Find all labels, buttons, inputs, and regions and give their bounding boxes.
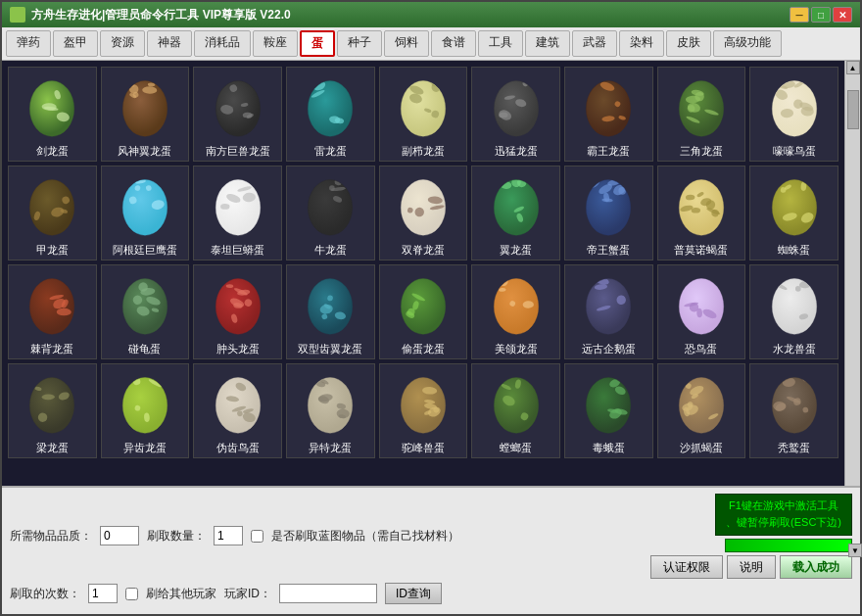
- egg-image: [666, 269, 737, 340]
- egg-cell[interactable]: 雷龙蛋: [286, 67, 375, 162]
- egg-cell[interactable]: 恐鸟蛋: [657, 264, 746, 359]
- egg-cell[interactable]: 阿根廷巨鹰蛋: [101, 166, 190, 261]
- load-button[interactable]: 载入成功: [780, 555, 852, 579]
- progress-bar: [725, 539, 852, 552]
- tab-建筑[interactable]: 建筑: [525, 30, 570, 57]
- egg-label: 毒蛾蛋: [593, 441, 625, 455]
- egg-cell[interactable]: 迅猛龙蛋: [471, 67, 560, 162]
- tab-神器[interactable]: 神器: [147, 30, 192, 57]
- egg-cell[interactable]: 甲龙蛋: [8, 166, 97, 261]
- egg-cell[interactable]: 棘背龙蛋: [8, 264, 97, 359]
- egg-cell[interactable]: 秃鹫蛋: [749, 363, 838, 458]
- egg-cell[interactable]: 霸王龙蛋: [564, 67, 653, 162]
- tab-种子[interactable]: 种子: [337, 30, 382, 57]
- auth-button[interactable]: 认证权限: [650, 555, 723, 579]
- bottom-row-1: 所需物品品质： 刷取数量： 是否刷取蓝图物品（需自己找材料） F1键在游戏中激活…: [10, 494, 852, 579]
- egg-cell[interactable]: 帝王蟹蛋: [564, 166, 653, 261]
- quality-input[interactable]: [100, 526, 139, 545]
- egg-cell[interactable]: 沙抓蝎蛋: [657, 363, 746, 458]
- tab-蛋[interactable]: 蛋: [300, 30, 335, 57]
- egg-cell[interactable]: 普莫诺蝎蛋: [657, 166, 746, 261]
- hint-line2: 、键暂停刷取(ESC下边): [726, 514, 841, 532]
- id-query-button[interactable]: ID查询: [385, 583, 442, 604]
- egg-cell[interactable]: 蜘蛛蛋: [749, 166, 838, 261]
- tab-工具[interactable]: 工具: [478, 30, 523, 57]
- egg-cell[interactable]: 副栉龙蛋: [379, 67, 468, 162]
- egg-cell[interactable]: 双脊龙蛋: [379, 166, 468, 261]
- blueprint-checkbox[interactable]: [251, 530, 263, 543]
- egg-label: 牛龙蛋: [314, 243, 347, 258]
- egg-cell[interactable]: 螳螂蛋: [471, 363, 560, 458]
- egg-label: 螳螂蛋: [500, 441, 532, 455]
- egg-cell[interactable]: 伪齿鸟蛋: [193, 363, 282, 458]
- egg-cell[interactable]: 远古企鹅蛋: [564, 264, 653, 359]
- refresh-count-input[interactable]: [214, 526, 243, 545]
- egg-label: 水龙兽蛋: [773, 342, 816, 356]
- tab-消耗品[interactable]: 消耗品: [194, 30, 251, 57]
- egg-image: [388, 170, 458, 241]
- egg-cell[interactable]: 偷蛋龙蛋: [379, 264, 468, 359]
- player-id-input[interactable]: [279, 584, 377, 603]
- egg-cell[interactable]: 异特龙蛋: [286, 363, 375, 458]
- egg-cell[interactable]: 美颌龙蛋: [471, 264, 560, 359]
- egg-cell[interactable]: 南方巨兽龙蛋: [193, 67, 282, 162]
- egg-label: 双型齿翼龙蛋: [298, 342, 362, 356]
- give-other-checkbox[interactable]: [125, 588, 138, 600]
- egg-cell[interactable]: 梁龙蛋: [8, 363, 97, 458]
- scrollbar-thumb[interactable]: [847, 90, 859, 129]
- egg-cell[interactable]: 剑龙蛋: [8, 67, 97, 162]
- tab-鞍座[interactable]: 鞍座: [253, 30, 298, 57]
- tab-饲料[interactable]: 饲料: [384, 30, 429, 57]
- tab-武器[interactable]: 武器: [572, 30, 617, 57]
- egg-label: 普莫诺蝎蛋: [674, 243, 728, 258]
- tab-染料[interactable]: 染料: [619, 30, 664, 57]
- egg-cell[interactable]: 牛龙蛋: [286, 166, 375, 261]
- desc-button[interactable]: 说明: [727, 555, 776, 579]
- tab-盔甲[interactable]: 盔甲: [53, 30, 98, 57]
- scrollbar[interactable]: ▲ ▼: [844, 61, 860, 486]
- egg-cell[interactable]: 肿头龙蛋: [193, 264, 282, 359]
- egg-cell[interactable]: 双型齿翼龙蛋: [286, 264, 375, 359]
- refresh-times-input[interactable]: [88, 584, 118, 603]
- tab-高级功能[interactable]: 高级功能: [713, 30, 782, 57]
- hint-line1: F1键在游戏中激活工具: [726, 498, 841, 515]
- egg-image: [17, 368, 87, 439]
- quality-label: 所需物品品质：: [10, 528, 92, 545]
- egg-cell[interactable]: 三角龙蛋: [657, 67, 746, 162]
- egg-cell[interactable]: 异齿龙蛋: [101, 363, 190, 458]
- egg-label: 蜘蛛蛋: [778, 243, 810, 258]
- egg-image: [17, 71, 87, 142]
- app-icon: [10, 7, 25, 23]
- title-bar-left: 方舟生存进化|管理员命令行工具 VIP尊享版 V22.0: [10, 7, 291, 24]
- tab-食谱[interactable]: 食谱: [431, 30, 476, 57]
- maximize-button[interactable]: □: [811, 7, 831, 23]
- egg-image: [573, 368, 644, 439]
- egg-cell[interactable]: 翼龙蛋: [471, 166, 560, 261]
- tab-资源[interactable]: 资源: [100, 30, 145, 57]
- egg-image: [110, 269, 180, 340]
- egg-image: [759, 368, 830, 439]
- close-button[interactable]: ✕: [833, 7, 852, 23]
- egg-image: [666, 368, 737, 439]
- egg-cell[interactable]: 驼峰兽蛋: [379, 363, 468, 458]
- tab-皮肤[interactable]: 皮肤: [666, 30, 711, 57]
- egg-cell[interactable]: 风神翼龙蛋: [101, 67, 190, 162]
- egg-image: [759, 71, 830, 142]
- egg-image: [388, 71, 458, 142]
- egg-cell[interactable]: 嚎嚎鸟蛋: [749, 67, 838, 162]
- egg-image: [573, 269, 644, 340]
- egg-label: 泰坦巨蟒蛋: [211, 243, 264, 258]
- egg-cell[interactable]: 泰坦巨蟒蛋: [193, 166, 282, 261]
- egg-cell[interactable]: 水龙兽蛋: [749, 264, 838, 359]
- egg-image: [203, 269, 273, 340]
- blueprint-label: 是否刷取蓝图物品（需自己找材料）: [271, 528, 459, 545]
- egg-image: [17, 269, 87, 340]
- egg-label: 碰龟蛋: [128, 342, 161, 356]
- minimize-button[interactable]: ─: [790, 7, 809, 23]
- egg-label: 棘背龙蛋: [30, 342, 73, 356]
- egg-cell[interactable]: 毒蛾蛋: [564, 363, 653, 458]
- egg-cell[interactable]: 碰龟蛋: [101, 264, 190, 359]
- give-other-label: 刷给其他玩家: [146, 586, 216, 602]
- egg-label: 雷龙蛋: [314, 144, 347, 159]
- tab-弹药[interactable]: 弹药: [6, 30, 51, 57]
